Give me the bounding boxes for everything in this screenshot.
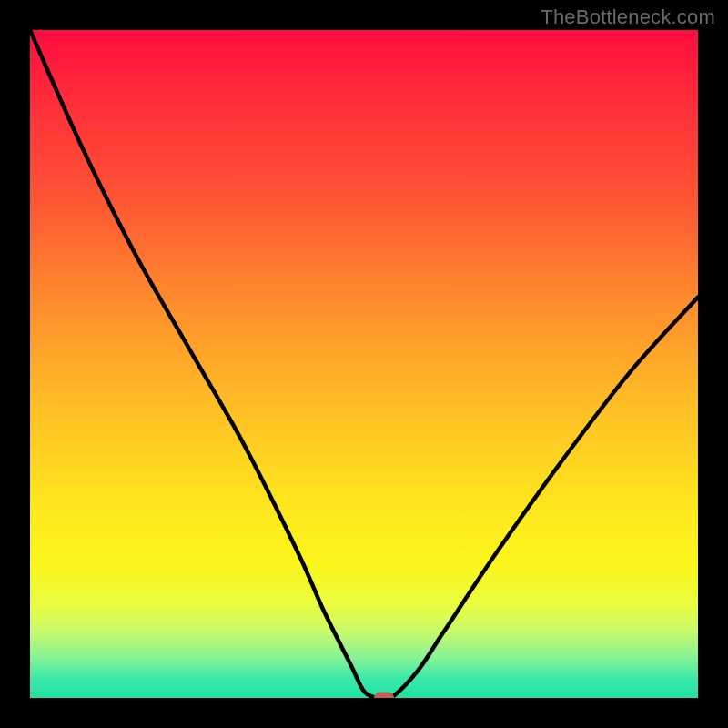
minimum-marker (374, 693, 394, 699)
bottleneck-curve (30, 30, 698, 698)
chart-frame: TheBottleneck.com (0, 0, 728, 728)
watermark-text: TheBottleneck.com (541, 5, 715, 29)
plot-area (30, 30, 698, 698)
